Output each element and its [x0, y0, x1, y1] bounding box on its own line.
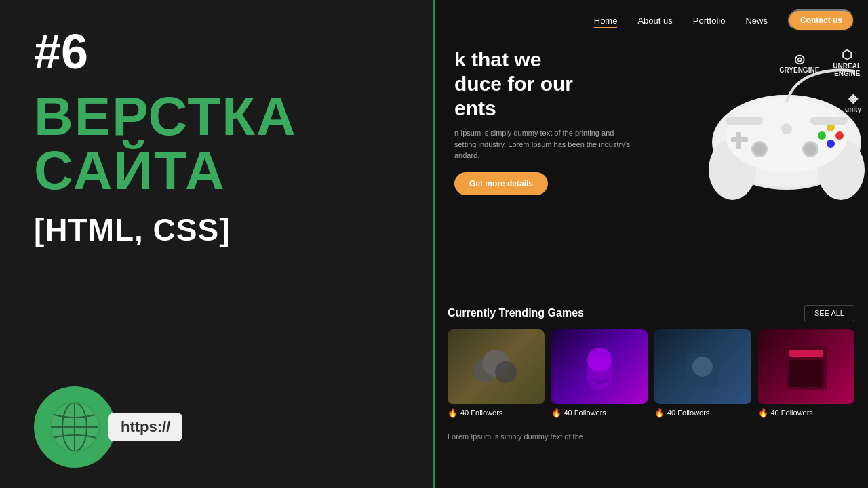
fire-icon-3: 🔥 — [654, 408, 665, 418]
svg-point-15 — [827, 140, 835, 148]
svg-point-25 — [495, 361, 517, 383]
episode-number: #6 — [34, 27, 88, 76]
nav-portfolio[interactable]: Portfolio — [693, 16, 726, 26]
hero-title-line1: k that we — [454, 47, 658, 72]
game-card-3-info: 🔥 40 Followers — [654, 408, 751, 418]
game-card-1-info: 🔥 40 Followers — [448, 408, 545, 418]
svg-rect-21 — [726, 117, 763, 125]
game-card-4-info: 🔥 40 Followers — [758, 408, 855, 418]
svg-point-19 — [804, 143, 816, 155]
svg-point-27 — [587, 348, 612, 372]
hero-description: n Ipsum is simply dummy text of the prin… — [454, 127, 651, 161]
trending-section: Currently Trending Games SEE ALL 🔥 40 Fo… — [434, 298, 868, 424]
game-image-2 — [551, 329, 648, 404]
nav-news[interactable]: News — [745, 16, 768, 26]
left-panel: #6 ВЕРСТКА САЙТА [HTML, CSS] https:// — [0, 0, 434, 488]
globe-icon — [34, 386, 115, 468]
hero-cta-button[interactable]: Get more details — [454, 172, 548, 195]
nav-about[interactable]: About us — [637, 16, 672, 26]
title-line2: САЙТА — [34, 144, 226, 198]
followers-4: 40 Followers — [771, 409, 813, 417]
game-card-1[interactable]: 🔥 40 Followers — [448, 329, 545, 418]
game-card-4[interactable]: 🔥 40 Followers — [758, 329, 855, 418]
title-line1: ВЕРСТКА — [34, 89, 297, 144]
svg-point-17 — [753, 143, 766, 155]
game-card-2[interactable]: 🔥 40 Followers — [551, 329, 648, 418]
svg-rect-22 — [810, 117, 848, 125]
svg-point-20 — [781, 123, 792, 134]
right-panel: Home About us Portfolio News Contact us … — [434, 0, 868, 488]
followers-3: 40 Followers — [667, 409, 709, 417]
followers-1: 40 Followers — [460, 409, 502, 417]
trending-title: Currently Trending Games — [448, 307, 584, 319]
svg-point-29 — [692, 357, 713, 377]
subtitle: [HTML, CSS] — [34, 211, 231, 248]
game-card-3[interactable]: 🔥 40 Followers — [654, 329, 751, 418]
game-image-1 — [448, 329, 545, 404]
trending-header: Currently Trending Games SEE ALL — [448, 305, 854, 321]
game-image-4 — [758, 329, 855, 404]
hero-title: k that we duce for our ents — [454, 47, 658, 121]
game-cards-grid: 🔥 40 Followers 🔥 40 Followers — [448, 329, 854, 418]
svg-point-13 — [818, 131, 826, 140]
game-image-3 — [654, 329, 751, 404]
followers-2: 40 Followers — [564, 409, 606, 417]
game-card-2-info: 🔥 40 Followers — [551, 408, 648, 418]
svg-point-9 — [726, 98, 848, 173]
svg-rect-31 — [789, 350, 823, 357]
svg-point-4 — [50, 403, 99, 451]
hero-title-line2: duce for our — [454, 72, 658, 96]
svg-rect-11 — [731, 137, 748, 142]
fire-icon-2: 🔥 — [551, 408, 561, 418]
https-badge: https:// — [108, 413, 182, 441]
fire-icon-1: 🔥 — [448, 408, 458, 418]
nav-home[interactable]: Home — [594, 16, 618, 26]
fire-icon-4: 🔥 — [758, 408, 768, 418]
svg-rect-32 — [789, 360, 823, 387]
see-all-button[interactable]: SEE ALL — [804, 305, 854, 321]
bottom-lorem: Lorem Ipsum is simply dummy text of the — [448, 432, 583, 441]
svg-point-14 — [835, 131, 844, 140]
hero-section: k that we duce for our ents n Ipsum is s… — [434, 41, 868, 298]
bottom-text: Lorem Ipsum is simply dummy text of the — [434, 424, 868, 443]
gamepad-image — [705, 68, 868, 203]
globe-container: https:// — [34, 386, 182, 468]
globe-svg — [47, 400, 102, 454]
hero-title-line3: ents — [454, 96, 658, 121]
navigation: Home About us Portfolio News Contact us — [434, 0, 868, 41]
contact-button[interactable]: Contact us — [788, 9, 854, 31]
